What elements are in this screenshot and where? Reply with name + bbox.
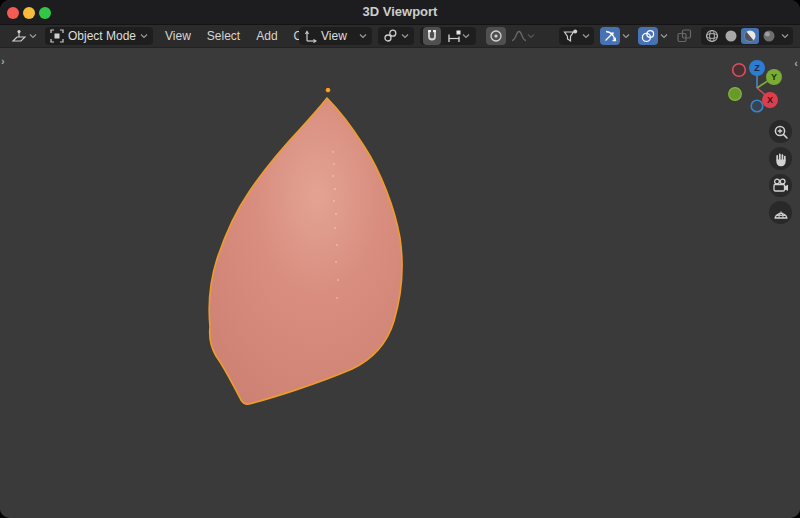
gizmo-axis-neg-z[interactable]: [751, 100, 763, 112]
editor-type-button[interactable]: [8, 27, 39, 45]
gizmo-axis-x[interactable]: X: [762, 92, 778, 108]
gizmo-axis-y[interactable]: Y: [766, 69, 782, 85]
chevron-down-icon: [359, 33, 367, 39]
gizmos-toggle[interactable]: [600, 27, 620, 45]
wireframe-icon: [705, 29, 719, 43]
pivot-point-icon: [383, 29, 397, 43]
gizmo-toggle-icon: [603, 29, 617, 43]
viewport-editor-icon: [10, 29, 27, 44]
object-types-filter-icon: [563, 29, 578, 43]
proportional-edit-toggle[interactable]: [486, 27, 506, 45]
menu-view[interactable]: View: [157, 29, 199, 43]
mode-label: Object Mode: [68, 29, 136, 43]
pivot-point-dropdown[interactable]: [378, 27, 414, 45]
proportional-edit-group: [484, 27, 540, 45]
snap-settings-dropdown[interactable]: [444, 27, 473, 45]
axis-icon: [304, 30, 317, 43]
chevron-down-icon[interactable]: [660, 33, 668, 39]
rendered-icon: [762, 29, 776, 43]
leaf-object[interactable]: [209, 98, 402, 404]
window-title: 3D Viewport: [0, 0, 800, 24]
zoom-button[interactable]: [769, 120, 792, 143]
pan-button[interactable]: [769, 147, 792, 170]
overlays-group: [636, 27, 670, 45]
xray-toggle[interactable]: [674, 27, 695, 45]
overlays-icon: [641, 29, 655, 43]
scene-canvas: [0, 48, 800, 518]
titlebar: 3D Viewport: [0, 0, 800, 25]
chevron-down-icon[interactable]: [622, 33, 630, 39]
menu-select[interactable]: Select: [199, 29, 248, 43]
falloff-dropdown[interactable]: [508, 27, 538, 45]
zoom-icon: [773, 124, 789, 140]
chevron-down-icon: [29, 33, 37, 39]
solid-icon: [724, 29, 738, 43]
object-origin-dot[interactable]: [325, 87, 330, 92]
viewport-canvas[interactable]: › ‹: [0, 48, 800, 518]
camera-view-button[interactable]: [769, 174, 792, 197]
sidebar-collapse-arrow[interactable]: ‹: [794, 58, 798, 69]
chevron-down-icon: [527, 33, 535, 39]
chevron-down-icon: [401, 33, 409, 39]
transform-orientation-dropdown[interactable]: View: [299, 27, 372, 45]
chevron-down-icon[interactable]: [779, 33, 791, 39]
svg-text:Y: Y: [771, 72, 777, 82]
viewport-header: Object Mode View Select Add Object View: [0, 25, 800, 48]
grid-dome-icon: [773, 206, 789, 220]
blender-window: 3D Viewport Object Mode: [0, 0, 800, 518]
svg-text:Z: Z: [754, 63, 760, 73]
chevron-down-icon: [462, 33, 470, 39]
menu-add[interactable]: Add: [248, 29, 285, 43]
orientation-label: View: [321, 29, 347, 43]
object-types-filter-dropdown[interactable]: [559, 27, 594, 45]
camera-icon: [772, 178, 789, 193]
falloff-curve-icon: [511, 30, 527, 42]
snap-increment-icon: [447, 30, 462, 43]
navigation-gizmo[interactable]: Z Y X: [726, 57, 790, 121]
hand-icon: [773, 151, 788, 167]
material-preview-icon: [743, 29, 757, 43]
gizmo-axis-neg-y[interactable]: [729, 88, 742, 101]
shading-rendered-button[interactable]: [760, 28, 778, 44]
snapping-group: [420, 27, 476, 45]
object-mode-icon: [50, 29, 64, 43]
gizmo-axis-neg-x[interactable]: [733, 64, 746, 77]
chevron-down-icon: [140, 33, 148, 39]
svg-text:X: X: [767, 95, 773, 105]
magnet-icon: [426, 29, 438, 43]
gizmo-axis-z[interactable]: Z: [749, 60, 765, 76]
overlays-toggle[interactable]: [638, 27, 658, 45]
mode-dropdown[interactable]: Object Mode: [45, 27, 153, 45]
shading-material-preview-button[interactable]: [741, 28, 759, 44]
shading-wireframe-button[interactable]: [703, 28, 721, 44]
toolbar-expand-arrow[interactable]: ›: [1, 56, 5, 67]
proportional-editing-icon: [489, 29, 503, 43]
xray-icon: [677, 29, 692, 43]
chevron-down-icon: [582, 33, 590, 39]
shading-mode-group: [701, 27, 793, 45]
perspective-toggle-button[interactable]: [769, 201, 792, 224]
gizmos-group: [598, 27, 632, 45]
shading-solid-button[interactable]: [722, 28, 740, 44]
snap-toggle-button[interactable]: [423, 27, 441, 45]
